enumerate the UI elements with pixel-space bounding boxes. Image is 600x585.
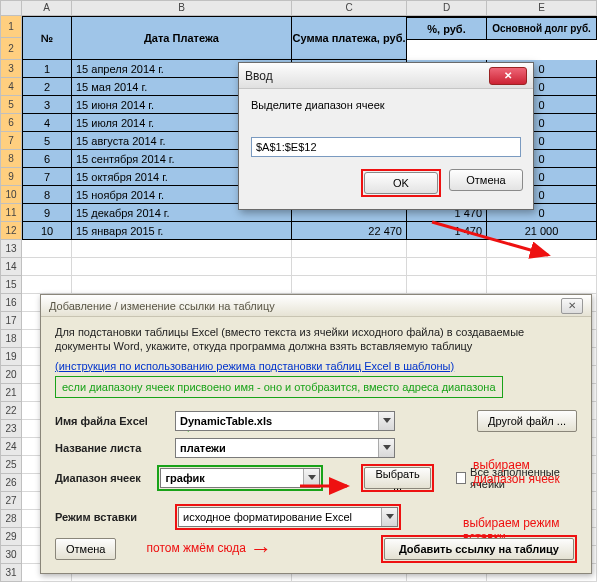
other-file-button[interactable]: Другой файл ... [477,410,577,432]
cell[interactable] [22,258,72,276]
row-header[interactable]: 12 [0,222,22,240]
cell[interactable] [487,276,597,294]
column-headers: A B C D E [0,0,600,16]
col-header-b[interactable]: B [72,0,292,16]
link-dialog-title: Добавление / изменение ссылки на таблицу [49,300,561,312]
row-header[interactable]: 21 [0,384,22,402]
cell[interactable] [487,240,597,258]
sheet-label: Название листа [55,442,167,454]
chevron-down-icon[interactable] [378,439,394,457]
sheet-combo[interactable] [175,438,395,458]
row-header[interactable]: 11 [0,204,22,222]
cell-no[interactable]: 1 [22,60,72,78]
ok-button[interactable]: OK [364,172,438,194]
cell[interactable] [407,276,487,294]
input-dialog-titlebar[interactable]: Ввод ✕ [239,63,533,89]
row-header[interactable]: 9 [0,168,22,186]
cancel-button[interactable]: Отмена [449,169,523,191]
cell-date[interactable]: 15 января 2015 г. [72,222,292,240]
cell[interactable] [407,240,487,258]
th-principal[interactable]: Основной долг руб. [487,18,597,40]
close-icon[interactable]: ✕ [489,67,527,85]
row-header[interactable]: 23 [0,420,22,438]
cell-no[interactable]: 10 [22,222,72,240]
range-name-input[interactable] [160,468,320,488]
row-header[interactable]: 22 [0,402,22,420]
row-header[interactable]: 18 [0,330,22,348]
th-pct[interactable]: %, руб. [407,18,487,40]
add-link-button[interactable]: Добавить ссылку на таблицу [384,538,574,560]
cell[interactable] [407,258,487,276]
file-input[interactable] [175,411,395,431]
row-header[interactable]: 6 [0,114,22,132]
row-header[interactable]: 5 [0,96,22,114]
cell-no[interactable]: 9 [22,204,72,222]
link-dialog-intro: Для подстановки таблицы Excel (вместо те… [55,325,577,354]
cell[interactable] [292,276,407,294]
row-header[interactable]: 26 [0,474,22,492]
row-header[interactable]: 20 [0,366,22,384]
row-header[interactable]: 17 [0,312,22,330]
select-all-corner[interactable] [0,0,22,16]
row-header[interactable]: 2 [0,38,22,60]
col-header-e[interactable]: E [487,0,597,16]
help-link[interactable]: (инструкция по использованию режима подс… [55,360,454,372]
row-header[interactable]: 27 [0,492,22,510]
row-header[interactable]: 30 [0,546,22,564]
cell-no[interactable]: 5 [22,132,72,150]
row-header[interactable]: 24 [0,438,22,456]
row-header[interactable]: 25 [0,456,22,474]
link-dialog-titlebar[interactable]: Добавление / изменение ссылки на таблицу… [41,295,591,317]
green-hint: если диапазону ячеек присвоено имя - оно… [55,376,503,398]
row-header[interactable]: 31 [0,564,22,582]
cell[interactable] [487,258,597,276]
range-combo[interactable] [160,468,320,488]
cell[interactable] [72,240,292,258]
col-header-c[interactable]: C [292,0,407,16]
row-header[interactable]: 19 [0,348,22,366]
row-header[interactable]: 1 [0,16,22,38]
cell-no[interactable]: 3 [22,96,72,114]
cell-no[interactable]: 4 [22,114,72,132]
col-header-d[interactable]: D [407,0,487,16]
mode-combo[interactable] [178,507,398,527]
cell[interactable] [292,258,407,276]
cell-no[interactable]: 7 [22,168,72,186]
file-combo[interactable] [175,411,395,431]
col-header-a[interactable]: A [22,0,72,16]
cell[interactable] [22,240,72,258]
row-header[interactable]: 13 [0,240,22,258]
row-header[interactable]: 16 [0,294,22,312]
cell-no[interactable]: 2 [22,78,72,96]
cell[interactable] [22,276,72,294]
checkbox-icon[interactable] [456,472,466,484]
cell-principal[interactable]: 21 000 [487,222,597,240]
chevron-down-icon[interactable] [303,469,319,487]
cell[interactable] [292,240,407,258]
cell-sum[interactable]: 22 470 [292,222,407,240]
cell-pct[interactable]: 1 470 [407,222,487,240]
chevron-down-icon[interactable] [378,412,394,430]
row-header[interactable]: 28 [0,510,22,528]
row-header[interactable]: 29 [0,528,22,546]
sheet-input[interactable] [175,438,395,458]
row-header[interactable]: 10 [0,186,22,204]
row-header[interactable]: 8 [0,150,22,168]
cancel-link-button[interactable]: Отмена [55,538,116,560]
chevron-down-icon[interactable] [381,508,397,526]
annotation-press: потом жмём сюда [146,542,245,556]
cell-no[interactable]: 8 [22,186,72,204]
cell[interactable] [72,276,292,294]
row-header[interactable]: 3 [0,60,22,78]
row-header[interactable]: 15 [0,276,22,294]
cell-no[interactable]: 6 [22,150,72,168]
row-header[interactable]: 4 [0,78,22,96]
select-range-button[interactable]: Выбрать ... [364,467,430,489]
row-header[interactable]: 14 [0,258,22,276]
input-dialog-prompt: Выделите диапазон ячеек [251,99,521,111]
mode-input[interactable] [178,507,398,527]
row-header[interactable]: 7 [0,132,22,150]
range-input[interactable] [251,137,521,157]
cell[interactable] [72,258,292,276]
close-icon[interactable]: ✕ [561,298,583,314]
